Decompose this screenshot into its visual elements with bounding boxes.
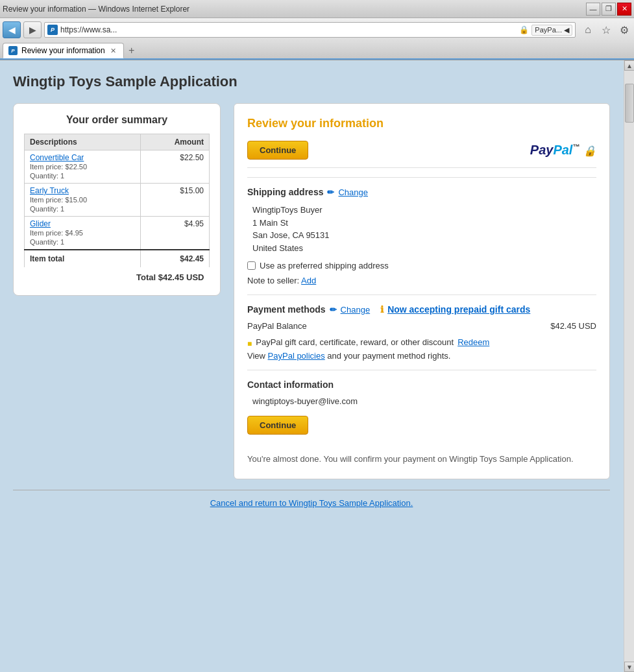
paypal-logo-pay: Pay <box>530 143 554 157</box>
gift-text: PayPal gift card, certificate, reward, o… <box>256 337 454 347</box>
confirm-text: You're almost done. You will confirm you… <box>247 453 596 466</box>
paypal-badge: PayPa... ◀ <box>531 25 572 36</box>
toolbar-right: ⌂ ☆ ⚙ <box>581 23 631 37</box>
cancel-area: Cancel and return to Wingtip Toys Sample… <box>13 490 610 516</box>
note-row: Note to seller: Add <box>247 276 596 285</box>
shipping-edit-icon[interactable]: ✏ <box>327 187 334 197</box>
home-icon[interactable]: ⌂ <box>581 23 595 37</box>
new-tab-button[interactable]: + <box>124 43 140 58</box>
prepaid-link[interactable]: Now accepting prepaid gift cards <box>387 304 530 315</box>
favorites-icon[interactable]: ☆ <box>599 23 613 37</box>
table-row: Early Truck Item price: $15.00 Quantity:… <box>25 184 210 217</box>
balance-label: PayPal Balance <box>247 321 307 331</box>
nav-bar: ◀ ▶ P https://www.sa... 🔒 PayPa... ◀ ⌂ ☆… <box>0 18 634 42</box>
favicon-icon: P <box>47 25 58 35</box>
item-name-cell: Convertible Car Item price: $22.50 Quant… <box>25 150 141 184</box>
gift-row: ■ PayPal gift card, certificate, reward,… <box>247 337 596 348</box>
note-label: Note to seller: <box>247 276 299 285</box>
address-line2: San Jose, CA 95131 <box>252 229 596 242</box>
table-row: Convertible Car Item price: $22.50 Quant… <box>25 150 210 184</box>
grand-total: Total $42.45 USD <box>25 267 210 285</box>
title-bar: Review your information — Windows Intern… <box>0 0 634 18</box>
balance-amount: $42.45 USD <box>550 321 596 331</box>
item-name-cell: Glider Item price: $4.95 Quantity: 1 <box>25 217 141 250</box>
paypal-trademark: ™ <box>572 143 579 150</box>
preferred-address-row: Use as preferred shipping address <box>247 261 596 270</box>
continue-button-top[interactable]: Continue <box>247 141 308 160</box>
preferred-address-label: Use as preferred shipping address <box>260 261 389 270</box>
scrollbar-up-button[interactable]: ▲ <box>624 60 634 71</box>
divider-1 <box>247 177 596 178</box>
tab-favicon: P <box>8 46 18 55</box>
scrollbar[interactable]: ▲ ▼ <box>624 60 634 644</box>
minimize-button[interactable]: — <box>586 3 600 16</box>
payment-section-header: Payment methods ✏ Change ℹ Now accepting… <box>247 304 596 315</box>
info-icon: ℹ <box>380 304 384 315</box>
address-bar[interactable]: P https://www.sa... 🔒 PayPa... ◀ <box>44 22 576 38</box>
item-amount-cell: $4.95 <box>140 217 209 250</box>
item-qty: Quantity: 1 <box>30 205 64 213</box>
item-amount-cell: $15.00 <box>140 184 209 217</box>
settings-icon[interactable]: ⚙ <box>617 23 631 37</box>
page-title: Wingtip Toys Sample Application <box>13 73 610 90</box>
rights-text: and your payment method rights. <box>327 351 450 361</box>
back-button[interactable]: ◀ <box>3 21 21 38</box>
tab-close-button[interactable]: ✕ <box>109 46 118 55</box>
item-price: Item price: $22.50 <box>30 163 87 171</box>
review-title: Review your information <box>247 117 596 130</box>
tab-label: Review your information <box>21 46 105 55</box>
right-panel: Review your information Continue PayPal™… <box>234 103 610 479</box>
item-name-cell: Early Truck Item price: $15.00 Quantity:… <box>25 184 141 217</box>
divider-2 <box>247 294 596 295</box>
redeem-link[interactable]: Redeem <box>457 337 489 347</box>
address-name: WingtipToys Buyer <box>252 204 596 217</box>
shipping-change-link[interactable]: Change <box>338 187 368 197</box>
divider-3 <box>247 370 596 370</box>
order-summary-title: Your order summary <box>24 114 210 126</box>
continue-button-bottom[interactable]: Continue <box>247 416 308 435</box>
item-link[interactable]: Convertible Car <box>30 153 84 162</box>
item-price: Item price: $15.00 <box>30 196 87 204</box>
note-add-link[interactable]: Add <box>301 276 316 285</box>
cancel-link[interactable]: Cancel and return to Wingtip Toys Sample… <box>210 498 413 508</box>
title-bar-label: Review your information — Windows Intern… <box>3 5 189 14</box>
table-row: Glider Item price: $4.95 Quantity: 1 $4.… <box>25 217 210 250</box>
scrollbar-thumb[interactable] <box>625 84 634 123</box>
paypal-header: Continue PayPal™ 🔒 <box>247 141 596 168</box>
preferred-address-checkbox[interactable] <box>247 261 256 270</box>
address-line1: 1 Main St <box>252 217 596 230</box>
item-link[interactable]: Glider <box>30 219 51 228</box>
policies-row: View PayPal policies and your payment me… <box>247 351 596 361</box>
close-button[interactable]: ✕ <box>617 3 631 16</box>
item-link[interactable]: Early Truck <box>30 186 69 195</box>
paypal-logo-pal: Pal <box>553 143 572 157</box>
restore-button[interactable]: ❐ <box>602 3 616 16</box>
lock-icon: 🔒 <box>519 25 529 34</box>
paypal-logo: PayPal™ 🔒 <box>530 143 596 158</box>
view-text: View <box>247 351 265 361</box>
tab-bar: P Review your information ✕ + <box>0 42 634 60</box>
browser-chrome: Review your information — Windows Intern… <box>0 0 634 60</box>
gift-dot-icon: ■ <box>247 339 252 348</box>
forward-button[interactable]: ▶ <box>23 21 42 38</box>
active-tab[interactable]: P Review your information ✕ <box>3 43 124 58</box>
order-table: Descriptions Amount Convertible Car Item… <box>24 134 210 285</box>
contact-section-header: Contact information <box>247 379 596 390</box>
payment-balance-row: PayPal Balance $42.45 USD <box>247 321 596 331</box>
amount-column-header: Amount <box>140 134 209 150</box>
payment-edit-icon[interactable]: ✏ <box>330 305 337 315</box>
shipping-title: Shipping address <box>247 187 323 197</box>
item-total-amount: $42.45 <box>140 250 209 267</box>
payment-change-link[interactable]: Change <box>341 305 371 315</box>
payment-title: Payment methods <box>247 304 326 315</box>
shipping-section-header: Shipping address ✏ Change <box>247 187 596 197</box>
item-qty: Quantity: 1 <box>30 172 64 180</box>
order-summary-card: Your order summary Descriptions Amount C… <box>13 103 221 296</box>
policies-link[interactable]: PayPal policies <box>268 351 325 361</box>
address-line3: United States <box>252 242 596 255</box>
item-qty: Quantity: 1 <box>30 238 64 246</box>
item-total-label: Item total <box>25 250 141 267</box>
address-block: WingtipToys Buyer 1 Main St San Jose, CA… <box>252 204 596 254</box>
page-content: Wingtip Toys Sample Application Your ord… <box>0 60 623 644</box>
item-price: Item price: $4.95 <box>30 229 83 237</box>
